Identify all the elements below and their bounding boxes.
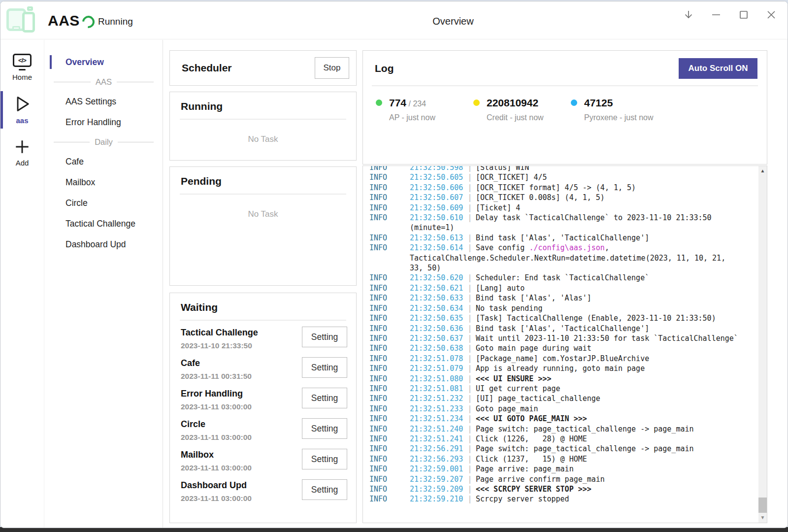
log-line: INFO21:32:50.621|[Lang] auto [369, 283, 757, 293]
waiting-task-name: Mailbox [181, 450, 252, 460]
waiting-task-next-run: 2023-11-11 03:00:00 [181, 402, 252, 411]
waiting-task-name: Dashboard Upd [181, 480, 252, 491]
stat-value: 47125 [584, 97, 668, 109]
waiting-task-row: Circle2023-11-11 03:00:00Setting [181, 419, 347, 442]
log-line: INFO21:32:50.614|Save config ./config\aa… [369, 243, 757, 253]
setting-button[interactable]: Setting [302, 449, 347, 469]
stat-label: AP - just now [389, 113, 473, 122]
home-icon: </> [13, 54, 32, 70]
nav-item-tactical-challenge[interactable]: Tactical Challenge [45, 213, 163, 234]
nav-section-label: Daily [95, 137, 113, 147]
setting-button[interactable]: Setting [302, 479, 347, 500]
waiting-panel: Waiting Tactical Challenge2023-11-10 21:… [169, 293, 357, 523]
scheduler-title: Scheduler [182, 62, 232, 74]
dashboard-stats: 774 / 234AP - just now220810942Credit - … [363, 86, 767, 122]
waiting-task-row: Dashboard Upd2023-11-11 03:00:00Setting [181, 480, 347, 503]
log-line: INFO21:32:50.638|Goto main page during w… [369, 343, 757, 353]
close-icon[interactable] [765, 8, 778, 21]
play-icon [13, 94, 32, 114]
running-title: Running [181, 100, 345, 112]
log-line: INFO21:32:50.613|Bind task ['Alas', 'Tac… [369, 233, 757, 243]
setting-button[interactable]: Setting [302, 388, 347, 408]
waiting-task-row: Cafe2023-11-11 00:31:50Setting [181, 358, 347, 381]
waiting-task-row: Mailbox2023-11-11 03:00:00Setting [181, 450, 347, 472]
pending-panel: Pending No Task [169, 166, 357, 286]
waiting-task-info: Dashboard Upd2023-11-11 03:00:00 [181, 480, 252, 503]
waiting-task-info: Circle2023-11-11 03:00:00 [181, 419, 252, 442]
scrollbar-up-icon[interactable]: ▲ [758, 167, 767, 175]
stop-button[interactable]: Stop [315, 57, 349, 79]
download-icon[interactable] [682, 8, 695, 21]
nav-item-mailbox[interactable]: Mailbox [45, 172, 163, 193]
nav-item-cafe[interactable]: Cafe [45, 151, 163, 172]
app-window: AAS Running Overview </> Home [0, 1, 788, 528]
setting-button[interactable]: Setting [302, 357, 347, 378]
log-line: INFO21:32:50.605|[OCR_TICKET] 4/5 [369, 172, 757, 182]
log-line: INFO21:32:51.080|<<< UI ENSURE >>> [369, 374, 757, 384]
nav-item-circle[interactable]: Circle [45, 193, 163, 213]
log-line: INFO21:32:51.240|Page switch: page_tacti… [369, 424, 757, 434]
rail-item-add[interactable]: Add [0, 133, 44, 172]
waiting-task-next-run: 2023-11-11 03:00:00 [181, 494, 252, 503]
app-logo-icon [5, 5, 37, 35]
log-view-panel: INFO21:32:50.598|[Status] WININFO21:32:5… [362, 166, 767, 523]
log-line: 33, 50) [369, 263, 757, 273]
nav-item-aas-settings[interactable]: AAS Settings [45, 91, 163, 112]
rail-item-label: Home [12, 73, 32, 81]
setting-button[interactable]: Setting [302, 327, 347, 347]
log-line: INFO21:32:59.001|Page arrive: page_main [369, 464, 757, 474]
log-line: INFO21:32:56.291|Page switch: page_tacti… [369, 444, 757, 454]
stat-item: 220810942Credit - just now [473, 97, 571, 122]
nav-section-label: AAS [96, 77, 112, 87]
nav-section-divider: Daily [45, 133, 163, 151]
pending-title: Pending [181, 175, 345, 187]
waiting-task-info: Tactical Challenge2023-11-10 21:33:50 [181, 328, 258, 350]
minimize-icon[interactable] [710, 8, 722, 21]
rail-item-home[interactable]: </> Home [0, 50, 44, 86]
stat-label: Pyroxene - just now [584, 113, 668, 122]
waiting-task-next-run: 2023-11-11 00:31:50 [181, 372, 252, 381]
stat-item: 47125Pyroxene - just now [571, 97, 668, 122]
nav-item-dashboard-upd[interactable]: Dashboard Upd [45, 234, 163, 255]
waiting-task-next-run: 2023-11-11 03:00:00 [181, 433, 252, 442]
rail-item-aas[interactable]: aas [0, 90, 44, 130]
log-line: INFO21:32:51.079|App is already running,… [369, 364, 757, 373]
running-panel: Running No Task [169, 92, 357, 161]
rail-item-label: Add [16, 159, 29, 167]
pending-empty-text: No Task [170, 209, 356, 219]
icon-rail: </> Home aas Add [0, 40, 44, 528]
log-line: INFO21:32:51.232|[UI] page_tactical_chal… [369, 394, 757, 403]
log-lines: INFO21:32:50.598|[Status] WININFO21:32:5… [363, 166, 767, 504]
running-empty-text: No Task [170, 134, 356, 144]
log-line: INFO21:32:51.081|UI get current page [369, 384, 757, 394]
maximize-icon[interactable] [737, 8, 750, 21]
nav-item-error-handling[interactable]: Error Handling [45, 112, 163, 133]
log-line: INFO21:32:50.634|No task pending [369, 303, 757, 313]
autoscroll-toggle-button[interactable]: Auto Scroll ON [679, 58, 757, 79]
log-line: INFO21:32:59.210|Scrcpy server stopped [369, 494, 757, 504]
scrollbar-down-icon[interactable]: ▼ [758, 514, 767, 522]
scrollbar-thumb[interactable] [758, 498, 767, 513]
log-line: INFO21:32:50.607|[OCR_TICKET 0.008s] (4,… [369, 193, 757, 202]
log-line: INFO21:32:50.635|[Task] TacticalChalleng… [369, 313, 757, 323]
log-line: INFO21:32:51.233|Goto page_main [369, 404, 757, 414]
stat-dot-icon [473, 100, 480, 106]
waiting-task-list: Tactical Challenge2023-11-10 21:33:50Set… [170, 321, 356, 503]
nav-item-overview[interactable]: Overview [45, 52, 163, 72]
log-line: INFO21:32:50.633|Bind task ['Alas', 'Ala… [369, 293, 757, 303]
log-line: INFO21:32:50.610|Delay task `TacticalCha… [369, 213, 757, 223]
stat-value: 774 / 234 [389, 97, 473, 109]
log-line: INFO21:32:56.293|Click (1237, 15) @ HOME [369, 454, 757, 464]
log-line: INFO21:32:59.207|Page arrive confirm pag… [369, 474, 757, 484]
waiting-title: Waiting [181, 301, 345, 313]
window-controls [682, 8, 778, 21]
log-header-panel: Log Auto Scroll ON 774 / 234AP - just no… [362, 50, 767, 165]
log-line: INFO21:32:50.637|Wait until 2023-11-10 2… [369, 333, 757, 343]
waiting-task-name: Cafe [181, 358, 252, 368]
setting-button[interactable]: Setting [302, 418, 347, 439]
scheduler-panel: Scheduler Stop [169, 50, 357, 86]
sidebar-nav: OverviewAASAAS SettingsError HandlingDai… [45, 40, 163, 528]
log-line: (minute=1) [369, 223, 757, 233]
log-scrollbar[interactable]: ▲ ▼ [758, 166, 767, 523]
stat-value: 220810942 [487, 97, 571, 109]
